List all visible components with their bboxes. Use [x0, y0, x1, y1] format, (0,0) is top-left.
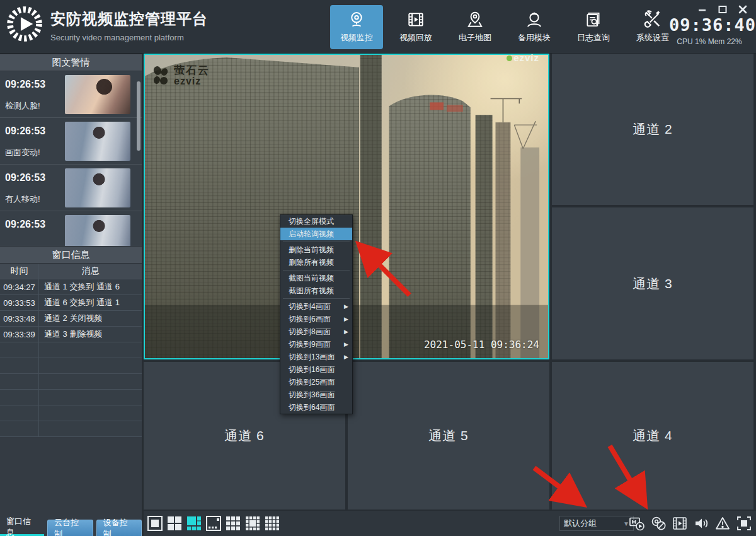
menu-item-switch-64[interactable]: 切换到64画面	[280, 401, 352, 414]
table-row-empty	[0, 358, 142, 374]
table-row-empty	[0, 405, 142, 421]
volume-icon[interactable]	[693, 515, 709, 532]
alarm-icon[interactable]	[714, 515, 731, 532]
menu-item-switch-16[interactable]: 切换到16画面	[280, 363, 352, 376]
submenu-arrow-icon: ▶	[344, 316, 348, 322]
video-timestamp: 2021-05-11 09:36:24	[424, 339, 539, 351]
tab-device-control[interactable]: 设备控制	[96, 520, 142, 536]
alert-item[interactable]: 09:26:53 有人移动!	[0, 165, 142, 211]
menu-item-switch-4[interactable]: 切换到4画面▶	[280, 300, 352, 313]
alert-item[interactable]: 09:26:53	[0, 211, 142, 247]
table-row: 09:33:53 通道 6 交换到 通道 1	[0, 295, 142, 311]
menu-item-start-poll[interactable]: 启动轮询视频	[280, 228, 352, 240]
menu-item-snapshot-current[interactable]: 截图当前视频	[280, 272, 352, 284]
table-header-row: 时间 消息	[0, 264, 142, 279]
row-message: 通道 3 删除视频	[39, 327, 142, 342]
menu-item-snapshot-all[interactable]: 截图所有视频	[280, 284, 352, 297]
video-record-icon[interactable]	[672, 515, 688, 532]
worker-icon	[525, 10, 544, 29]
channel-label: 通道 5	[428, 427, 469, 445]
alert-item[interactable]: 09:26:53 画面变动!	[0, 118, 142, 165]
row-message: 通道 1 交换到 通道 6	[39, 279, 142, 294]
app-logo-icon	[6, 6, 43, 42]
row-time: 09:33:48	[0, 311, 39, 326]
map-pin-icon	[466, 10, 484, 29]
alerts-header: 图文警情	[0, 54, 142, 71]
nav-emap[interactable]: 电子地图	[449, 5, 501, 49]
layout-6-icon[interactable]	[186, 516, 202, 531]
menu-item-fullscreen[interactable]: 切换全屏模式	[280, 215, 352, 228]
nav-label: 电子地图	[459, 32, 491, 44]
menu-item-switch-13[interactable]: 切换到13画面▶	[280, 351, 352, 363]
video-playback-icon	[406, 10, 425, 29]
menu-separator	[283, 298, 350, 299]
watermark-cn: 萤石云	[174, 65, 210, 76]
menu-item-switch-9[interactable]: 切换到9画面▶	[280, 338, 352, 351]
table-row-empty	[0, 390, 142, 405]
layout-16-icon[interactable]	[265, 516, 280, 531]
nav-video-monitor[interactable]: 视频监控	[330, 5, 383, 49]
menu-item-switch-25[interactable]: 切换到25画面	[280, 376, 352, 388]
header: 安防视频监控管理平台 Security video management pla…	[0, 0, 756, 54]
layout-1-icon[interactable]	[147, 516, 163, 531]
start-poll-icon[interactable]	[629, 515, 645, 532]
menu-separator	[283, 270, 350, 271]
fullscreen-icon[interactable]	[736, 515, 752, 532]
webcam-icon	[347, 10, 366, 29]
layout-9-icon[interactable]	[226, 516, 241, 531]
group-select-value: 默认分组	[564, 518, 597, 529]
ezviz-watermark: 萤石云 ezviz	[150, 65, 210, 86]
nav-log-query[interactable]: 日志查询	[567, 5, 620, 49]
app-subtitle: Security video management platform	[50, 33, 208, 42]
close-button[interactable]	[738, 5, 747, 14]
menu-item-switch-6[interactable]: 切换到6画面▶	[280, 313, 352, 325]
nav-label: 视频回放	[399, 32, 432, 44]
channel-5-pane[interactable]: 通道 5	[348, 362, 549, 510]
alert-time: 09:26:53	[5, 79, 45, 90]
tab-window-info[interactable]: 窗口信息	[0, 520, 44, 536]
row-time: 09:33:39	[0, 327, 39, 342]
group-select-dropdown[interactable]: 默认分组 ▼	[559, 516, 634, 531]
alert-thumbnail[interactable]	[65, 168, 130, 207]
row-time: 09:34:27	[0, 279, 39, 294]
maximize-button[interactable]	[718, 5, 727, 14]
menu-item-switch-36[interactable]: 切换到36画面	[280, 388, 352, 401]
layout-switcher	[147, 516, 280, 531]
channel-2-pane[interactable]: 通道 2	[552, 54, 753, 205]
layout-4-icon[interactable]	[167, 516, 182, 531]
col-time: 时间	[0, 264, 39, 279]
channel-3-pane[interactable]: 通道 3	[552, 207, 753, 359]
channel-label: 通道 4	[633, 427, 673, 445]
alert-scrollbar[interactable]	[137, 81, 140, 151]
log-search-icon	[584, 10, 603, 29]
video-context-menu: 切换全屏模式 启动轮询视频 删除当前视频 删除所有视频 截图当前视频 截图所有视…	[280, 214, 353, 414]
toolbar-right-icons	[629, 515, 752, 532]
channel-4-pane[interactable]: 通道 4	[552, 362, 753, 510]
app-title: 安防视频监控管理平台	[50, 9, 208, 29]
stop-poll-icon[interactable]	[650, 515, 667, 532]
mem-usage: Mem 22%	[708, 37, 742, 46]
nav-video-playback[interactable]: 视频回放	[389, 5, 442, 49]
alert-thumbnail[interactable]	[65, 75, 130, 114]
nav-label: 视频监控	[340, 32, 373, 44]
channel-label: 通道 2	[633, 120, 673, 138]
layout-8-icon[interactable]	[206, 516, 221, 531]
cpu-mem-status: CPU 1% Mem 22%	[669, 37, 750, 46]
alert-thumbnail[interactable]	[65, 122, 130, 161]
menu-item-delete-current[interactable]: 删除当前视频	[280, 243, 352, 256]
minimize-button[interactable]	[698, 5, 707, 14]
alert-item[interactable]: 09:26:53 检测人脸!	[0, 71, 142, 118]
channel-label: 通道 3	[633, 275, 673, 293]
row-message: 通道 2 关闭视频	[39, 311, 142, 326]
menu-item-switch-8[interactable]: 切换到8画面▶	[280, 325, 352, 338]
tab-ptz-control[interactable]: 云台控制	[47, 520, 93, 536]
alert-thumbnail[interactable]	[65, 215, 130, 247]
nav-backup-module[interactable]: 备用模块	[508, 5, 561, 49]
menu-separator	[283, 242, 350, 242]
alert-label: 画面变动!	[5, 147, 40, 158]
alert-time: 09:26:53	[5, 125, 45, 137]
submenu-arrow-icon: ▶	[344, 329, 348, 335]
menu-item-delete-all[interactable]: 删除所有视频	[280, 256, 352, 269]
layout-13-icon[interactable]	[245, 516, 260, 531]
table-row-empty	[0, 421, 142, 437]
